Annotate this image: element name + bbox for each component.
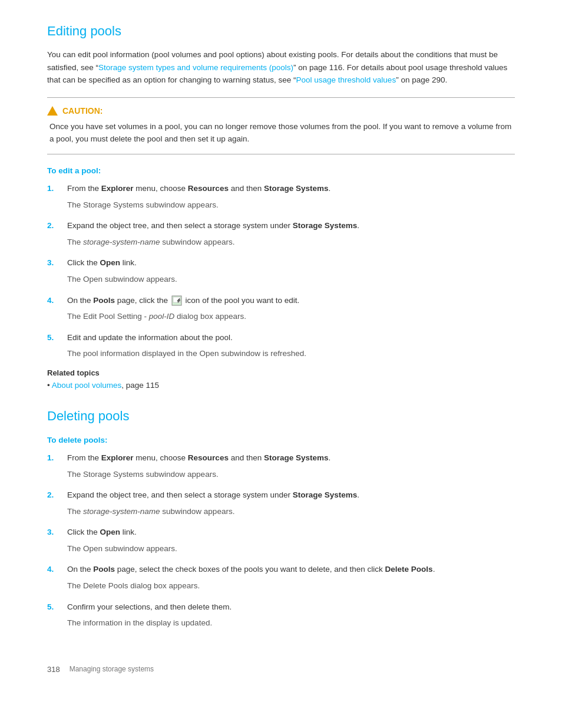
edit-step-1-subtext: The Storage Systems subwindow appears. [67,199,515,212]
caution-text: Once you have set volumes in a pool, you… [47,120,515,146]
delete-steps-list: 1. From the Explorer menu, choose Resour… [47,452,515,630]
editing-pools-intro: You can edit pool information (pool volu… [47,48,515,87]
delete-step-3-number: 3. [47,526,60,555]
delete-step-5-subtext: The information in the display is update… [67,617,515,630]
edit-step-1-number: 1. [47,182,60,211]
delete-step-1: 1. From the Explorer menu, choose Resour… [47,452,515,480]
intro-text-end: ” on page 290. [396,75,447,84]
edit-step-4-text: On the Pools page, click the icon of the… [67,296,299,305]
edit-step-2-subtext: The storage-system-name subwindow appear… [67,236,515,249]
caution-header: CAUTION: [47,106,515,116]
delete-step-5-number: 5. [47,601,60,630]
edit-step-1-text: From the Explorer menu, choose Resources… [67,184,330,193]
edit-step-3-content: Click the Open link. The Open subwindow … [67,256,515,285]
editing-pools-title: Editing pools [47,24,515,39]
edit-step-4-subtext: The Edit Pool Setting - pool-ID dialog b… [67,310,515,323]
edit-step-3-text: Click the Open link. [67,258,137,267]
delete-step-4-content: On the Pools page, select the check boxe… [67,563,515,592]
delete-step-3-text: Click the Open link. [67,528,137,536]
edit-step-2-content: Expand the object tree, and then select … [67,219,515,248]
edit-step-2-text: Expand the object tree, and then select … [67,221,359,230]
delete-step-5-text: Confirm your selections, and then delete… [67,602,232,611]
delete-step-4-number: 4. [47,563,60,592]
delete-step-1-content: From the Explorer menu, choose Resources… [67,452,515,480]
delete-step-4-subtext: The Delete Pools dialog box appears. [67,579,515,592]
link-storage-system-types[interactable]: Storage system types and volume requirem… [98,63,293,72]
edit-step-4: 4. On the Pools page, click the icon of … [47,294,515,323]
edit-step-5-subtext: The pool information displayed in the Op… [67,347,515,360]
deleting-pools-title: Deleting pools [47,409,515,424]
delete-step-5: 5. Confirm your selections, and then del… [47,601,515,630]
delete-step-2-subtext: The storage-system-name subwindow appear… [67,505,515,518]
edit-step-1-content: From the Explorer menu, choose Resources… [67,182,515,211]
edit-step-4-content: On the Pools page, click the icon of the… [67,294,515,323]
edit-step-5-content: Edit and update the information about th… [67,331,515,360]
edit-step-3: 3. Click the Open link. The Open subwind… [47,256,515,285]
caution-box: CAUTION: Once you have set volumes in a … [47,97,515,154]
edit-step-2: 2. Expand the object tree, and then sele… [47,219,515,248]
footer-page-number: 318 [47,665,60,674]
caution-label: CAUTION: [62,106,103,116]
related-topics-list: About pool volumes, page 115 [47,381,515,390]
related-topic-item-1: About pool volumes, page 115 [47,381,515,390]
footer-bar: 318 Managing storage systems [47,665,515,674]
delete-step-3: 3. Click the Open link. The Open subwind… [47,526,515,555]
edit-step-1: 1. From the Explorer menu, choose Resour… [47,182,515,211]
related-topic-link-1[interactable]: About pool volumes [52,381,122,390]
delete-step-3-subtext: The Open subwindow appears. [67,542,515,555]
delete-step-4: 4. On the Pools page, select the check b… [47,563,515,592]
delete-step-1-subtext: The Storage Systems subwindow appears. [67,468,515,481]
delete-pool-subsection-title: To delete pools: [47,436,515,444]
delete-step-4-text: On the Pools page, select the check boxe… [67,565,435,574]
delete-step-1-text: From the Explorer menu, choose Resources… [67,453,330,462]
edit-step-5-text: Edit and update the information about th… [67,333,233,342]
delete-step-2-text: Expand the object tree, and then select … [67,490,359,499]
footer-page-label: Managing storage systems [70,665,154,673]
edit-step-3-number: 3. [47,256,60,285]
caution-triangle-icon [47,106,58,116]
related-topics-title: Related topics [47,368,515,377]
edit-pencil-icon [171,295,182,306]
delete-step-5-content: Confirm your selections, and then delete… [67,601,515,630]
edit-pool-subsection-title: To edit a pool: [47,166,515,175]
delete-step-2-number: 2. [47,489,60,518]
edit-steps-list: 1. From the Explorer menu, choose Resour… [47,182,515,360]
delete-step-2: 2. Expand the object tree, and then sele… [47,489,515,518]
edit-step-2-number: 2. [47,219,60,248]
delete-step-2-content: Expand the object tree, and then select … [67,489,515,518]
edit-step-5-number: 5. [47,331,60,360]
edit-step-4-number: 4. [47,294,60,323]
link-pool-usage-threshold[interactable]: Pool usage threshold values [296,75,396,84]
delete-step-3-content: Click the Open link. The Open subwindow … [67,526,515,555]
edit-step-5: 5. Edit and update the information about… [47,331,515,360]
edit-step-3-subtext: The Open subwindow appears. [67,273,515,286]
delete-step-1-number: 1. [47,452,60,480]
